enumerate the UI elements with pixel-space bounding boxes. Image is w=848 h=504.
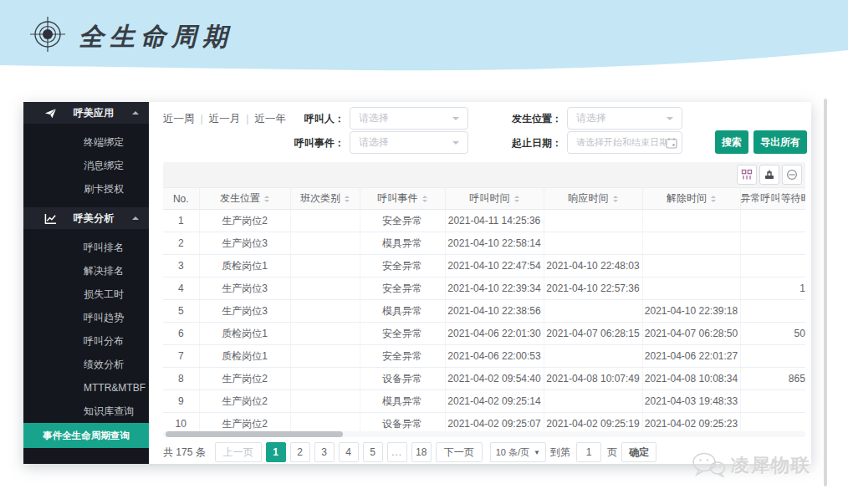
table-cell: [544, 300, 642, 323]
table-cell: 2021-04-10 22:39:34: [445, 277, 544, 300]
calendar-icon: [666, 137, 677, 149]
column-settings-icon: [741, 169, 753, 181]
table-cell: [290, 277, 360, 300]
table-cell: 0: [740, 255, 805, 277]
sidebar-item[interactable]: 终端绑定: [23, 130, 149, 154]
sidebar-item[interactable]: 知识库查询: [23, 400, 149, 423]
column-header[interactable]: 呼叫事件: [360, 188, 445, 210]
column-header[interactable]: 班次类别: [290, 188, 360, 210]
vertical-scrollbar[interactable]: [824, 99, 827, 486]
horizontal-scrollbar-thumb[interactable]: [166, 431, 343, 437]
goto-prefix: 到第: [550, 445, 570, 460]
column-settings-button[interactable]: [737, 165, 757, 185]
separator: |: [246, 113, 248, 125]
page-button[interactable]: 1: [266, 442, 286, 462]
table-cell: 2021-04-02 09:25:14: [445, 390, 544, 413]
sidebar-item[interactable]: 消息绑定: [23, 154, 149, 177]
page-number-list: 12345...18: [266, 442, 432, 462]
caller-select-placeholder: 请选择: [359, 111, 452, 125]
column-header[interactable]: 呼叫时间: [445, 188, 544, 210]
table-cell: 8: [163, 368, 199, 390]
page-size-select[interactable]: 10 条/页 ▼: [490, 442, 546, 462]
sidebar-group-label: 呼美分析: [74, 211, 114, 226]
column-header[interactable]: 解除时间: [642, 188, 740, 210]
search-button[interactable]: 搜索: [715, 130, 748, 154]
sidebar-item[interactable]: 解决排名: [23, 259, 149, 283]
sidebar-item[interactable]: 呼叫趋势: [23, 306, 149, 329]
page-button[interactable]: 4: [339, 442, 359, 462]
table-cell: 模具异常: [360, 232, 445, 255]
page-size-value: 10 条/页: [496, 446, 529, 459]
event-select-placeholder: 请选择: [359, 135, 452, 150]
column-header[interactable]: 响应时间: [544, 188, 642, 210]
export-table-button[interactable]: [759, 165, 779, 185]
column-header-label: 响应时间: [569, 192, 609, 204]
sort-icon[interactable]: [345, 193, 350, 205]
crosshair-icon: [28, 15, 67, 53]
event-select[interactable]: 请选择: [350, 131, 468, 154]
table-cell: 安全异常: [360, 255, 445, 277]
daterange-input[interactable]: 请选择开始和结束日期: [567, 131, 682, 154]
table-row[interactable]: 2生产岗位3模具异常2021-04-10 22:58:14: [163, 232, 805, 255]
table-cell: 8653: [740, 368, 805, 390]
column-header-label: 呼叫时间: [470, 192, 510, 204]
table-row[interactable]: 6质检岗位1安全异常2021-04-06 22:01:302021-04-07 …: [163, 323, 805, 345]
page-title: 全生命周期: [79, 20, 233, 54]
location-select[interactable]: 请选择: [567, 107, 682, 130]
column-header-label: 班次类别: [300, 192, 340, 204]
quick-range-link[interactable]: 近一周: [163, 113, 195, 125]
table-cell: 生产岗位3: [199, 232, 290, 255]
sort-icon[interactable]: [264, 193, 269, 205]
page-button[interactable]: 5: [363, 442, 383, 462]
sort-icon[interactable]: [514, 193, 519, 205]
table-row[interactable]: 8生产岗位2设备异常2021-04-02 09:54:402021-04-08 …: [163, 368, 805, 390]
horizontal-scrollbar[interactable]: [163, 431, 805, 437]
page-button[interactable]: 18: [411, 442, 432, 462]
sidebar-group-humei-analysis[interactable]: 呼美分析: [23, 207, 149, 229]
table-cell: 安全异常: [360, 277, 445, 300]
daterange-label: 起止日期：: [491, 136, 562, 150]
sidebar-item[interactable]: 呼叫分布: [23, 329, 149, 353]
table-cell: 2021-04-10 22:57:36: [544, 277, 642, 300]
sort-icon[interactable]: [422, 193, 427, 205]
table-row[interactable]: 9生产岗位2模具异常2021-04-02 09:25:142021-04-03 …: [163, 390, 805, 413]
table-row[interactable]: 7质检岗位1安全异常2021-04-06 22:00:532021-04-06 …: [163, 345, 805, 368]
table-row[interactable]: 4生产岗位3安全异常2021-04-10 22:39:342021-04-10 …: [163, 277, 805, 300]
goto-confirm-button[interactable]: 确定: [621, 442, 656, 462]
page-button[interactable]: 2: [290, 442, 310, 462]
table-row[interactable]: 1生产岗位2安全异常2021-04-11 14:25:36: [163, 210, 805, 232]
sidebar-item[interactable]: MTTR&MTBF: [23, 376, 149, 400]
dropdown-caret-icon: [667, 117, 673, 124]
export-all-button[interactable]: 导出所有: [753, 130, 807, 154]
pagination: 共 175 条 上一页 12345...18 下一页 10 条/页 ▼ 到第 页…: [163, 442, 805, 462]
sidebar-item[interactable]: 事件全生命周期查询: [23, 423, 149, 448]
table-cell: 2021-04-10 22:39:18: [642, 300, 740, 323]
table-cell: [290, 323, 360, 345]
table-cell: 2021-04-06 22:00:53: [445, 345, 544, 368]
goto-page-input[interactable]: [576, 442, 601, 462]
page-button[interactable]: 3: [314, 442, 335, 462]
sidebar-item[interactable]: 损失工时: [23, 283, 149, 306]
table-cell: 2021-04-10 22:47:54: [445, 255, 544, 277]
caller-select[interactable]: 请选择: [350, 107, 468, 130]
table-cell: [740, 210, 805, 232]
next-page-button[interactable]: 下一页: [436, 442, 483, 462]
table-row[interactable]: 3质检岗位1安全异常2021-04-10 22:47:542021-04-10 …: [163, 255, 805, 277]
column-header-label: 发生位置: [220, 192, 260, 204]
print-button[interactable]: [782, 165, 802, 185]
sort-icon[interactable]: [613, 193, 618, 205]
sidebar-group-humei-app[interactable]: 呼美应用: [23, 102, 149, 124]
sort-icon[interactable]: [711, 193, 716, 205]
sidebar-item[interactable]: 绩效分析: [23, 353, 149, 376]
prev-page-button[interactable]: 上一页: [215, 442, 262, 462]
table-cell: 2021-04-06 22:01:27: [642, 345, 740, 368]
table-cell: 2021-04-10 22:58:14: [445, 232, 544, 255]
page-ellipsis[interactable]: ...: [387, 442, 407, 462]
quick-range-link[interactable]: 近一月: [209, 113, 241, 125]
table-row[interactable]: 5生产岗位3模具异常2021-04-10 22:38:562021-04-10 …: [163, 300, 805, 323]
sidebar-item[interactable]: 刷卡授权: [23, 177, 149, 201]
table-cell: [544, 390, 642, 413]
sidebar-item[interactable]: 呼叫排名: [23, 236, 149, 259]
column-header[interactable]: 异常呼叫等待时长: [740, 188, 805, 210]
column-header[interactable]: 发生位置: [199, 188, 290, 210]
